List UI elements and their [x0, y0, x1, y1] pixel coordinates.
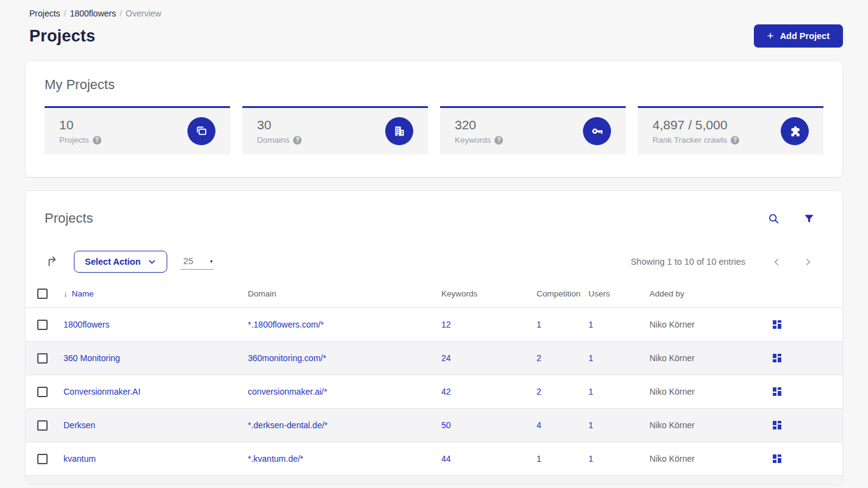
project-competition-link[interactable]: 2 — [537, 387, 541, 396]
project-competition-link[interactable]: 1 — [537, 454, 541, 464]
project-name-link[interactable]: 1800flowers — [63, 320, 110, 329]
breadcrumb-overview: Overview — [126, 9, 161, 18]
dashboard-icon[interactable] — [771, 352, 783, 364]
next-page-button[interactable] — [792, 254, 823, 270]
caret-down-icon: ▾ — [210, 259, 212, 264]
stat-keywords: 320 Keywords ? — [440, 106, 626, 154]
select-action-dropdown[interactable]: Select Action — [74, 251, 167, 273]
projects-table-card: Projects — [25, 190, 843, 484]
project-keywords-link[interactable]: 44 — [441, 454, 451, 464]
stat-domains-value: 30 — [257, 118, 302, 132]
project-keywords-link[interactable]: 42 — [441, 387, 451, 396]
help-icon[interactable]: ? — [93, 136, 101, 145]
select-all-checkbox[interactable] — [37, 289, 48, 299]
stat-domains: 30 Domains ? — [242, 106, 428, 154]
project-name-link[interactable]: Conversionmaker.AI — [63, 387, 140, 396]
table-row: kvantum *.kvantum.de/* 44 1 1 Niko Körne… — [26, 442, 842, 476]
dashboard-icon[interactable] — [771, 318, 783, 331]
project-users-link[interactable]: 1 — [588, 387, 593, 396]
my-projects-title: My Projects — [45, 77, 823, 93]
add-project-label: Add Project — [780, 31, 830, 41]
help-icon[interactable]: ? — [731, 136, 739, 145]
export-icon[interactable] — [45, 254, 60, 270]
help-icon[interactable]: ? — [293, 136, 302, 145]
title-bar: Projects + Add Project — [25, 18, 843, 48]
stat-projects-value: 10 — [59, 118, 101, 132]
stat-domains-label: Domains — [257, 135, 289, 145]
added-by-text: Niko Körner — [649, 420, 695, 430]
breadcrumb-separator: / — [64, 9, 67, 18]
stat-projects-label: Projects — [59, 135, 89, 145]
table-row: 1800flowers *.1800flowers.com/* 12 1 1 N… — [26, 308, 842, 342]
project-users-link[interactable]: 1 — [588, 353, 593, 363]
plus-icon: + — [767, 32, 774, 40]
table-header-row: ↓Name Domain Keywords Competition Users … — [26, 285, 842, 308]
table-row-cutoff — [26, 476, 842, 484]
table-row: Derksen *.derksen-dental.de/* 50 4 1 Nik… — [26, 409, 842, 442]
added-by-text: Niko Körner — [649, 454, 695, 464]
projects-table: ↓Name Domain Keywords Competition Users … — [26, 285, 842, 484]
project-domain-link[interactable]: *.kvantum.de/* — [248, 454, 303, 464]
page-size-value: 25 — [183, 256, 193, 266]
column-header-users[interactable]: Users — [588, 285, 649, 308]
table-row: 360 Monitoring 360monitoring.com/* 24 2 … — [26, 342, 842, 375]
page-size-select[interactable]: 25 ▾ — [181, 254, 214, 270]
stat-keywords-value: 320 — [455, 118, 503, 132]
dashboard-icon[interactable] — [771, 453, 783, 465]
projects-panel-title: Projects — [45, 210, 93, 226]
key-icon — [583, 117, 611, 145]
breadcrumb-separator: / — [120, 9, 122, 18]
showing-entries-text: Showing 1 to 10 of 10 entries — [631, 257, 745, 267]
project-domain-link[interactable]: conversionmaker.ai/* — [248, 387, 327, 396]
row-checkbox[interactable] — [37, 353, 48, 364]
dashboard-icon[interactable] — [771, 386, 783, 398]
project-domain-link[interactable]: *.derksen-dental.de/* — [248, 420, 328, 430]
project-domain-link[interactable]: 360monitoring.com/* — [248, 353, 326, 363]
breadcrumb: Projects/1800flowers/Overview — [25, 0, 843, 18]
row-checkbox[interactable] — [37, 320, 48, 330]
added-by-text: Niko Körner — [649, 353, 695, 363]
column-header-competition[interactable]: Competition — [537, 285, 588, 308]
stat-rank-tracker: 4,897 / 5,000 Rank Tracker crawls ? — [638, 106, 823, 154]
my-projects-card: My Projects 10 Projects ? — [25, 60, 843, 178]
breadcrumb-projects[interactable]: Projects — [29, 9, 60, 18]
filter-icon[interactable] — [802, 212, 816, 226]
project-users-link[interactable]: 1 — [588, 454, 593, 464]
column-header-name[interactable]: ↓Name — [63, 285, 248, 308]
row-checkbox[interactable] — [37, 454, 48, 464]
project-competition-link[interactable]: 1 — [537, 320, 541, 329]
building-icon — [385, 117, 413, 145]
stat-projects: 10 Projects ? — [45, 106, 230, 154]
row-checkbox[interactable] — [37, 387, 48, 397]
added-by-text: Niko Körner — [649, 387, 695, 396]
projects-icon — [187, 117, 215, 145]
project-competition-link[interactable]: 2 — [537, 353, 541, 363]
project-users-link[interactable]: 1 — [588, 420, 593, 430]
stats-row: 10 Projects ? 3 — [45, 106, 823, 154]
added-by-text: Niko Körner — [649, 320, 695, 329]
project-keywords-link[interactable]: 12 — [441, 320, 451, 329]
project-keywords-link[interactable]: 50 — [441, 420, 451, 430]
column-header-domain[interactable]: Domain — [248, 285, 441, 308]
page-title: Projects — [29, 27, 95, 46]
column-header-added-by[interactable]: Added by — [649, 285, 771, 308]
column-header-keywords[interactable]: Keywords — [441, 285, 537, 308]
project-keywords-link[interactable]: 24 — [441, 353, 451, 363]
breadcrumb-1800flowers[interactable]: 1800flowers — [70, 9, 116, 18]
project-name-link[interactable]: kvantum — [63, 454, 96, 464]
search-icon[interactable] — [766, 211, 781, 226]
prev-page-button[interactable] — [761, 254, 792, 270]
sort-desc-icon: ↓ — [63, 289, 68, 298]
stat-keywords-label: Keywords — [455, 135, 491, 145]
add-project-button[interactable]: + Add Project — [754, 24, 843, 48]
row-checkbox[interactable] — [37, 420, 48, 431]
project-users-link[interactable]: 1 — [588, 320, 593, 329]
help-icon[interactable]: ? — [494, 136, 503, 145]
project-name-link[interactable]: 360 Monitoring — [63, 353, 120, 363]
project-domain-link[interactable]: *.1800flowers.com/* — [248, 320, 324, 329]
dashboard-icon[interactable] — [771, 419, 783, 431]
project-name-link[interactable]: Derksen — [63, 420, 95, 430]
page: Projects/1800flowers/Overview Projects +… — [0, 0, 868, 484]
stat-rank-tracker-label: Rank Tracker crawls — [653, 135, 727, 145]
project-competition-link[interactable]: 4 — [537, 420, 541, 430]
